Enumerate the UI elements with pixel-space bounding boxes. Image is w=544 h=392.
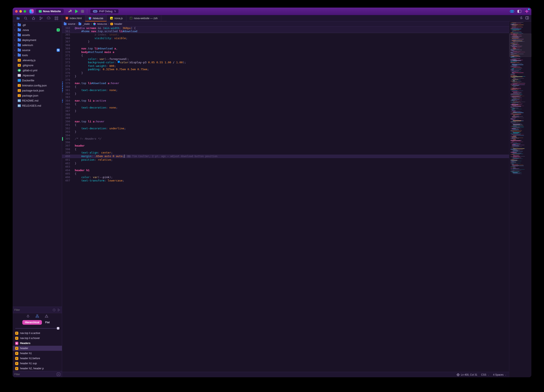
split-editor-button[interactable] [526,16,529,20]
file-tree[interactable]: ›.git›.novaA›assets›deployment›selenium›… [13,22,62,307]
split-transfer-button[interactable] [520,16,523,20]
symbol-rule[interactable]: #header h1 sup [13,361,62,366]
code-line[interactable]: 389 [62,116,509,120]
code-line[interactable]: 367 } [62,40,509,44]
code-line[interactable]: 360@media screen && (min-width: 360px) { [62,27,509,30]
code-line[interactable]: 396 [62,141,509,144]
code-line[interactable]: 391{ [62,123,509,127]
symbols-tree-icon[interactable] [35,314,39,318]
file-tree-folder[interactable]: ›.git [13,22,62,27]
code-line[interactable]: 380{ [62,85,509,89]
code-line[interactable]: 370 body#notfound main a [62,51,509,54]
filter-scope-icon[interactable]: A [57,373,60,376]
window-zoom-button[interactable] [24,10,26,13]
symbol-zoom-slider[interactable] [13,326,62,331]
code-line[interactable]: 382} [62,92,509,96]
code-line[interactable]: 395/* !— Headers */ [62,137,509,141]
sidebar-clips-button[interactable] [55,17,58,20]
new-tab-button[interactable] [525,9,529,13]
breadcrumb-segment[interactable]: header [114,23,122,25]
window-minimize-button[interactable] [19,10,22,13]
code-line[interactable]: 392 text-decoration: underline; [62,127,509,130]
sidebar-publish-button[interactable] [47,17,50,20]
code-line[interactable]: 369 nav.top li#download a, [62,47,509,51]
disclosure-triangle-icon[interactable]: › [14,39,16,41]
preview-button[interactable] [510,10,514,13]
code-line[interactable]: 404header h1 [62,169,509,172]
symbol-section[interactable]: ❖Headers [13,341,62,346]
view-hierarchical[interactable]: Hierarchical [22,320,42,325]
view-flat[interactable]: Flat [43,320,52,325]
file-filter-input[interactable] [14,309,51,311]
symbol-rule[interactable]: #header [13,346,62,351]
file-tree-file[interactable]: {}package.json [13,93,62,98]
code-line[interactable]: 403 [62,165,509,169]
code-line[interactable]: 397header [62,144,509,148]
file-tree-folder[interactable]: ›deployment [13,37,62,42]
breadcrumb-segment[interactable]: nova.css [97,23,107,25]
symbol-list[interactable]: #nav.top li a:active#nav.top li a:hover❖… [13,331,62,371]
build-button[interactable] [68,9,73,14]
code-line[interactable]: 402} [62,162,509,165]
code-line[interactable]: 385{ [62,102,509,106]
disclosure-triangle-icon[interactable]: › [14,29,16,31]
disclosure-triangle-icon[interactable]: › [14,49,16,51]
code-line[interactable]: 406 color: var(--pink); [62,176,509,179]
sticky-scroll[interactable]: 360@media screen && (min-width: 360px) {… [62,27,509,33]
file-tree-file[interactable]: ⚙.gitignore [13,63,62,68]
file-tree-folder[interactable]: ›sourceM [13,47,62,52]
window-close-button[interactable] [15,10,18,13]
symbol-rule[interactable]: #header h2, header p [13,366,62,371]
file-tree-file[interactable]: M↓README.md [13,98,62,103]
disclosure-triangle-icon[interactable]: › [14,54,16,56]
code-line[interactable]: 361 #home nav.top.scrolled li#download [62,30,509,33]
sidebar-search-button[interactable] [24,17,27,20]
file-tree-file[interactable]: Dockerfile [13,78,62,83]
status-indent[interactable]: 4 Spaces ⌄ [493,373,507,376]
file-tree-folder[interactable]: ›assets [13,32,62,37]
layout-toggle-button[interactable] [517,10,521,13]
run-button[interactable] [75,9,78,13]
symbol-rule[interactable]: #nav.top li a:active [13,331,62,336]
stop-button[interactable] [81,10,84,13]
disclosure-triangle-icon[interactable]: › [14,24,16,26]
file-tree-file[interactable]: .htpasswd [13,73,62,78]
symbols-warnings-icon[interactable] [45,314,48,318]
sidebar-files-button[interactable] [16,17,20,20]
sidebar-issues-button[interactable] [32,17,35,20]
file-tree-folder[interactable]: ›selenium [13,42,62,47]
file-tree-file[interactable]: {}package-lock.json [13,88,62,93]
code-line[interactable]: 384nav.top li a:active [62,99,509,103]
symbol-rule[interactable]: #header h1:before [13,356,62,361]
editor-tab[interactable]: nova-website — zsh [126,15,161,21]
filter-scm-icon[interactable] [57,309,60,311]
breadcrumb-segment[interactable]: source [68,23,75,25]
minimap[interactable]: Headers [509,22,531,377]
file-tree-file[interactable]: .gitlab-ci.yml [13,68,62,73]
editor-tab[interactable]: JSnova.js [107,15,126,21]
disclosure-triangle-icon[interactable]: › [14,34,16,36]
disclosure-triangle-icon[interactable]: › [14,44,16,46]
file-tree-file[interactable]: JS.eleventy.js [13,58,62,63]
code-line[interactable]: 407 text-transform: lowercase; [62,179,509,183]
status-language[interactable]: CSS ⌄ [481,373,489,376]
code-line[interactable]: 388 [62,113,509,116]
breadcrumb-segment[interactable]: _static [83,23,90,25]
project-tab[interactable]: Nova Website [36,9,64,14]
code-line[interactable]: 398{ [62,148,509,151]
code-line[interactable]: 373 background-color: color(display-p3 0… [62,61,509,64]
code-line[interactable]: 376 } [62,71,509,75]
code-line[interactable]: 371 { [62,54,509,58]
code-line[interactable]: 393} [62,130,509,134]
code-line[interactable]: 400 margin: .65em auto 0 auto;TC Tim Cou… [62,155,509,158]
code-line[interactable]: 401 position: relative; [62,158,509,162]
code-line[interactable]: 405{ [62,172,509,176]
code-line[interactable]: 381 text-decoration: none; [62,89,509,92]
code-line[interactable]: 387} [62,109,509,113]
file-tree-file[interactable]: M↓RELEASES.md [13,103,62,108]
file-tree-folder[interactable]: ›tools [13,52,62,58]
file-tree-folder[interactable]: ›.novaA [13,27,62,32]
editor-tab[interactable]: 5index.html [62,15,85,21]
symbol-rule[interactable]: #header h1 [13,351,62,356]
code-line[interactable]: 365 z-index: unset; [62,33,509,37]
